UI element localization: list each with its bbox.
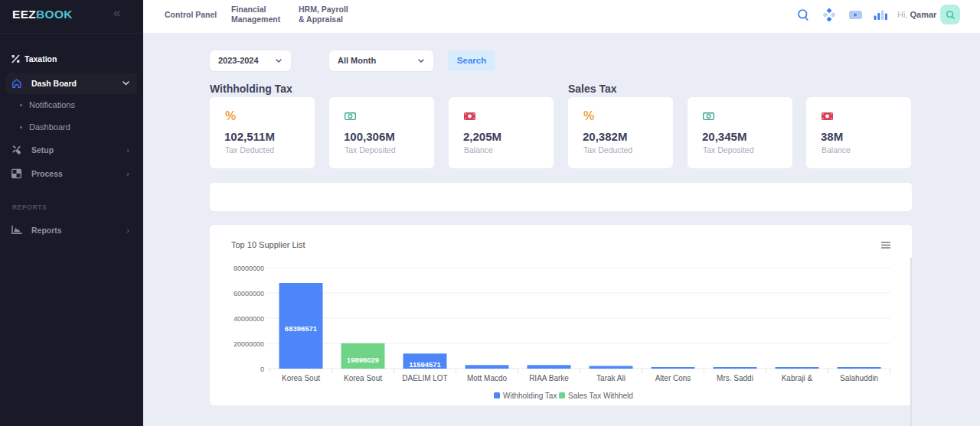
svg-text:11594571: 11594571 [409, 360, 441, 369]
svg-text:Korea Sout: Korea Sout [344, 374, 382, 382]
svg-text:Sales Tax Withheld: Sales Tax Withheld [568, 392, 633, 400]
svg-text:Mott Macdo: Mott Macdo [467, 374, 508, 382]
svg-text:19896029: 19896029 [347, 356, 379, 364]
svg-text:RIAA Barke: RIAA Barke [529, 374, 569, 382]
svg-text:40000000: 40000000 [234, 315, 264, 323]
svg-text:Withholding Tax: Withholding Tax [503, 392, 557, 400]
svg-text:Alter Cons: Alter Cons [655, 374, 691, 382]
svg-text:Mrs. Saddi: Mrs. Saddi [717, 374, 753, 382]
svg-text:0: 0 [260, 366, 264, 373]
svg-text:Kabraji &: Kabraji & [782, 374, 813, 382]
svg-text:Tarak Ali: Tarak Ali [596, 374, 626, 382]
svg-text:DAELIM LOT: DAELIM LOT [402, 374, 447, 382]
svg-text:20000000: 20000000 [234, 340, 264, 348]
svg-text:68396571: 68396571 [285, 324, 318, 333]
svg-text:Salahuddin: Salahuddin [840, 374, 878, 382]
svg-text:80000000: 80000000 [234, 265, 264, 272]
svg-text:60000000: 60000000 [234, 290, 264, 298]
svg-text:Korea Sout: Korea Sout [282, 374, 320, 382]
